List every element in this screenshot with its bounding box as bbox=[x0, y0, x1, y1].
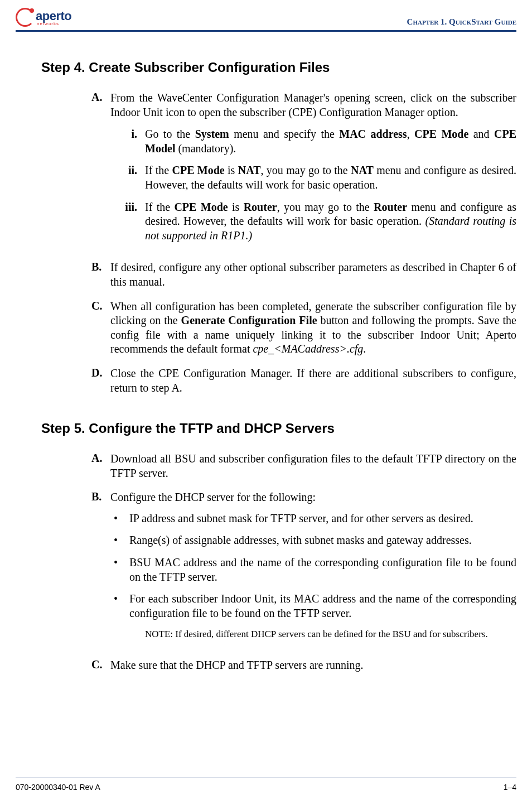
footer-page-number: 1–4 bbox=[504, 783, 516, 792]
step-4-c: C. When all configuration has been compl… bbox=[91, 300, 516, 356]
step-4-a-iii-body: If the CPE Mode is Router, you may go to… bbox=[145, 200, 516, 243]
marker-c: C. bbox=[91, 658, 110, 673]
marker-i: i. bbox=[110, 127, 145, 156]
step-4-c-body: When all configuration has been complete… bbox=[110, 300, 516, 356]
marker-c: C. bbox=[91, 300, 110, 356]
step-4-d: D. Close the CPE Configuration Manager. … bbox=[91, 367, 516, 395]
step-4-heading: Step 4. Create Subscriber Configuration … bbox=[41, 60, 516, 75]
footer-row: 070-20000340-01 Rev A 1–4 bbox=[16, 783, 516, 792]
marker-b: B. bbox=[91, 261, 110, 289]
step-4-a-iii: iii. If the CPE Mode is Router, you may … bbox=[110, 200, 516, 243]
marker-d: D. bbox=[91, 367, 110, 395]
step-5-a-body: Download all BSU and subscriber configur… bbox=[110, 452, 516, 480]
step-5-b-note: NOTE: If desired, different DHCP servers… bbox=[145, 628, 516, 640]
page: aperto networks Chapter 1. QuickStart Gu… bbox=[0, 0, 532, 805]
footer: 070-20000340-01 Rev A 1–4 bbox=[16, 778, 516, 792]
list-item: •BSU MAC address and the name of the cor… bbox=[110, 556, 516, 584]
step-5-heading: Step 5. Configure the TFTP and DHCP Serv… bbox=[41, 421, 516, 436]
step-4-a-i: i. Go to the System menu and specify the… bbox=[110, 127, 516, 156]
step-5-b: B. Configure the DHCP server for the fol… bbox=[91, 490, 516, 648]
step-4-a-ii-body: If the CPE Mode is NAT, you may go to th… bbox=[145, 163, 516, 192]
step-4-a-ii: ii. If the CPE Mode is NAT, you may go t… bbox=[110, 163, 516, 192]
step-5-c-body: Make sure that the DHCP and TFTP servers… bbox=[110, 658, 364, 673]
step-4: Step 4. Create Subscriber Configuration … bbox=[41, 60, 516, 395]
step-5: Step 5. Configure the TFTP and DHCP Serv… bbox=[41, 421, 516, 672]
chapter-title: Chapter 1. QuickStart Guide bbox=[407, 17, 516, 27]
header-bar: aperto networks Chapter 1. QuickStart Gu… bbox=[16, 6, 516, 27]
marker-a: A. bbox=[91, 91, 110, 250]
step-5-b-body: Configure the DHCP server for the follow… bbox=[110, 490, 516, 648]
bullet-icon: • bbox=[110, 556, 129, 584]
step-5-a: A. Download all BSU and subscriber confi… bbox=[91, 452, 516, 480]
step-5-b-bullets: •IP address and subnet mask for TFTP ser… bbox=[110, 512, 516, 621]
marker-iii: iii. bbox=[110, 200, 145, 243]
logo: aperto networks bbox=[16, 8, 71, 27]
marker-b: B. bbox=[91, 490, 110, 648]
logo-icon bbox=[16, 8, 35, 27]
list-item: •IP address and subnet mask for TFTP ser… bbox=[110, 512, 516, 526]
bullet-icon: • bbox=[110, 512, 129, 526]
step-5-b-text: Configure the DHCP server for the follow… bbox=[110, 491, 316, 503]
step-5-c: C. Make sure that the DHCP and TFTP serv… bbox=[91, 658, 516, 673]
step-4-b: B. If desired, configure any other optio… bbox=[91, 261, 516, 289]
footer-rule bbox=[16, 778, 516, 778]
step-4-b-body: If desired, configure any other optional… bbox=[110, 261, 516, 289]
step-4-d-body: Close the CPE Configuration Manager. If … bbox=[110, 367, 516, 395]
step-4-a-sublist: i. Go to the System menu and specify the… bbox=[110, 127, 516, 243]
bullet-icon: • bbox=[110, 592, 129, 620]
list-item: •For each subscriber Indoor Unit, its MA… bbox=[110, 592, 516, 620]
marker-ii: ii. bbox=[110, 163, 145, 192]
list-item: •Range(s) of assignable addresses, with … bbox=[110, 533, 516, 548]
step-4-a-text: From the WaveCenter Configuration Manage… bbox=[110, 91, 516, 118]
bullet-icon: • bbox=[110, 533, 129, 548]
marker-a: A. bbox=[91, 452, 110, 480]
step-4-a-i-body: Go to the System menu and specify the MA… bbox=[145, 127, 516, 156]
step-4-a: A. From the WaveCenter Configuration Man… bbox=[91, 91, 516, 250]
step-4-list: A. From the WaveCenter Configuration Man… bbox=[91, 91, 516, 395]
footer-doc-id: 070-20000340-01 Rev A bbox=[16, 783, 100, 792]
step-5-list: A. Download all BSU and subscriber confi… bbox=[91, 452, 516, 672]
content: Step 4. Create Subscriber Configuration … bbox=[16, 32, 516, 672]
step-4-a-body: From the WaveCenter Configuration Manage… bbox=[110, 91, 516, 250]
logo-text-wrap: aperto networks bbox=[36, 9, 71, 26]
